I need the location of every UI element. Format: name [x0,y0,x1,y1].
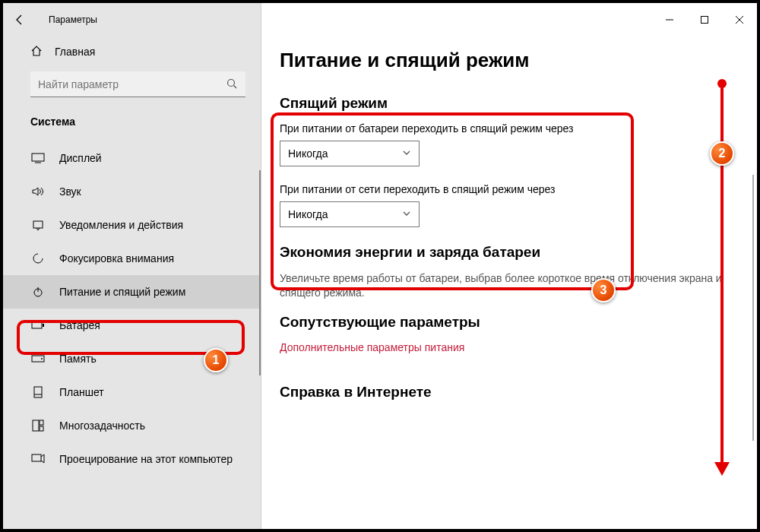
web-help-heading: Справка в Интернете [280,384,724,401]
arrow-left-icon [14,14,26,26]
sidebar-item-label: Многозадачность [59,420,145,432]
sidebar-item-label: Батарея [59,319,100,331]
search-container [3,67,261,105]
page-title: Питание и спящий режим [280,49,724,72]
notifications-icon [30,219,46,231]
energy-heading: Экономия энергии и заряда батареи [280,244,724,261]
plugged-sleep-combo[interactable]: Никогда [280,201,420,227]
combo-value: Никогда [288,208,328,220]
sidebar-item-label: Уведомления и действия [59,219,183,231]
titlebar: Параметры [3,3,757,36]
sidebar: Главная Система Дисплей Звук Уведом [3,3,261,529]
battery-sleep-combo[interactable]: Никогда [280,141,420,166]
chevron-down-icon [402,208,411,220]
sidebar-item-tablet[interactable]: Планшет [3,375,261,409]
battery-icon [30,321,46,330]
sidebar-item-display[interactable]: Дисплей [3,141,261,175]
sidebar-item-sound[interactable]: Звук [3,175,261,208]
svg-rect-13 [34,387,42,397]
sidebar-item-notifications[interactable]: Уведомления и действия [3,208,261,242]
sidebar-item-label: Главная [55,46,95,58]
sidebar-item-home[interactable]: Главная [3,36,261,67]
sound-icon [30,186,46,197]
search-input[interactable] [30,71,245,97]
svg-rect-15 [33,420,39,431]
back-button[interactable] [3,3,36,36]
focus-icon [30,252,46,264]
sidebar-section-label: Система [3,105,261,138]
related-heading: Сопутствующие параметры [280,314,724,331]
tablet-icon [30,386,46,398]
multitask-icon [30,420,46,432]
plugged-sleep-label: При питании от сети переходить в спящий … [280,183,724,195]
svg-rect-10 [43,324,44,327]
sidebar-item-label: Питание и спящий режим [59,286,185,298]
svg-rect-9 [32,322,42,328]
power-icon [30,286,46,298]
project-icon [30,454,46,464]
content-scrollbar[interactable] [752,175,754,441]
window-controls [652,8,757,32]
app-title: Параметры [49,14,97,25]
home-icon [30,45,43,59]
sidebar-item-project[interactable]: Проецирование на этот компьютер [3,442,261,476]
annotation-arrow-origin [717,79,727,88]
minimize-button[interactable] [652,8,687,32]
display-icon [30,153,46,163]
sidebar-item-battery[interactable]: Батарея [3,309,261,342]
svg-rect-1 [701,17,708,24]
svg-point-12 [41,358,43,359]
settings-window: Параметры Главная [0,0,760,532]
sidebar-scrollbar[interactable] [259,170,261,375]
maximize-button[interactable] [687,8,722,32]
sidebar-item-label: Память [59,353,97,365]
svg-rect-16 [40,420,43,425]
sidebar-item-label: Планшет [59,386,104,398]
svg-rect-6 [33,221,43,228]
svg-rect-17 [40,426,43,431]
sidebar-item-label: Дисплей [59,152,102,164]
sidebar-item-label: Проецирование на этот компьютер [59,453,233,465]
chevron-down-icon [402,147,411,160]
sidebar-item-multitask[interactable]: Многозадачность [3,409,261,442]
sidebar-item-label: Звук [59,185,81,198]
battery-sleep-label: При питании от батареи переходить в спящ… [280,122,724,135]
minimize-icon [665,15,674,24]
svg-rect-4 [32,154,44,161]
svg-rect-18 [32,454,41,461]
sleep-heading: Спящий режим [280,95,724,112]
maximize-icon [700,15,709,24]
storage-icon [30,355,46,363]
close-button[interactable] [722,8,757,32]
combo-value: Никогда [288,147,328,160]
sidebar-item-storage[interactable]: Память [3,342,261,375]
sidebar-item-power-sleep[interactable]: Питание и спящий режим [3,275,261,309]
sidebar-nav: Дисплей Звук Уведомления и действия Фоку… [3,138,261,476]
link-power-options[interactable]: Дополнительные параметры питания [280,341,724,353]
sidebar-item-focus[interactable]: Фокусировка внимания [3,242,261,275]
sidebar-item-label: Фокусировка внимания [59,252,174,264]
close-icon [735,15,744,24]
energy-help-text: Увеличьте время работы от батареи, выбра… [280,271,724,300]
content-pane: Питание и спящий режим Спящий режим При … [261,3,757,529]
